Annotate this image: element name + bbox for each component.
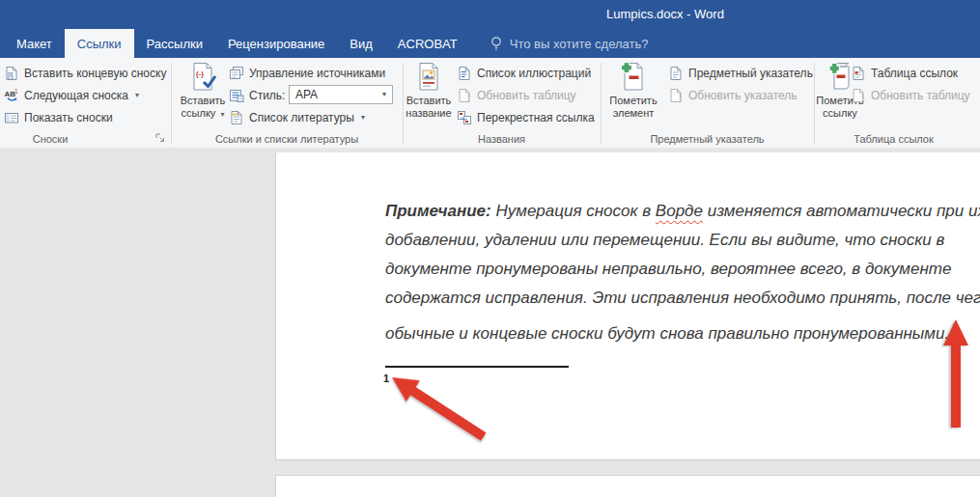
- group-label-toa: Таблица ссылок: [814, 133, 973, 145]
- insert-citation-button[interactable]: (-) Вставить ссылку ▾: [178, 61, 228, 120]
- bibliography-button[interactable]: Список литературы ▾: [229, 107, 365, 127]
- window-title: Lumpics.docx - Word: [606, 7, 724, 21]
- svg-text:[i]: [i]: [8, 71, 14, 79]
- cross-reference-icon: [457, 110, 472, 125]
- chevron-down-icon: ▾: [382, 91, 386, 98]
- group-label-index: Предметный указатель: [601, 133, 814, 145]
- group-captions: Вставить название Список иллюстраций ! О…: [403, 58, 601, 148]
- update-table-button: ! Обновить таблицу: [457, 85, 576, 105]
- tab-review[interactable]: Рецензирование: [215, 29, 337, 58]
- style-row: Стиль:: [229, 85, 285, 105]
- group-table-of-authorities: Пометить ссылку Таблица ссылок ! Обновит…: [814, 58, 980, 148]
- misspelled-word: Ворде: [656, 202, 703, 220]
- insert-index-button[interactable]: Предметный указатель: [668, 63, 813, 83]
- chevron-down-icon: ▾: [135, 92, 139, 99]
- tab-acrobat[interactable]: ACROBAT: [385, 29, 470, 58]
- svg-text:!: !: [679, 93, 682, 103]
- word-window: Lumpics.docx - Word Макет Ссылки Рассылк…: [0, 0, 980, 497]
- group-label-captions: Названия: [403, 133, 601, 145]
- group-index: Пометить элемент Предметный указатель ! …: [601, 58, 814, 148]
- mark-entry-label-1: Пометить: [608, 95, 658, 107]
- insert-caption-icon: [413, 61, 444, 92]
- title-bar: Lumpics.docx - Word: [0, 0, 980, 29]
- ribbon: [i] Вставить концевую сноску AB 1 Следую…: [0, 58, 980, 149]
- tab-mailings[interactable]: Рассылки: [134, 29, 215, 58]
- next-footnote-icon: AB 1: [4, 88, 19, 103]
- group-footnotes: [i] Вставить концевую сноску AB 1 Следую…: [0, 58, 171, 148]
- bibliography-label: Список литературы: [249, 111, 354, 124]
- update-index-label: Обновить указатель: [688, 89, 798, 102]
- document-page-2[interactable]: [275, 475, 980, 497]
- svg-text:!: !: [467, 93, 470, 103]
- insert-index-label: Предметный указатель: [688, 67, 813, 80]
- insert-index-icon: [668, 66, 684, 81]
- svg-text:1: 1: [14, 88, 18, 95]
- show-notes-label: Показать сноски: [24, 111, 113, 124]
- update-table-label: Обновить таблицу: [477, 89, 576, 102]
- insert-citation-icon: (-): [187, 61, 218, 92]
- insert-caption-button[interactable]: Вставить название: [405, 61, 453, 120]
- mark-entry-label-2: элемент: [608, 107, 658, 120]
- svg-text:!: !: [861, 93, 864, 103]
- table-of-figures-label: Список иллюстраций: [477, 67, 591, 80]
- manage-sources-button[interactable]: Управление источниками: [229, 63, 385, 83]
- document-canvas: Примечание: Нумерация сносок в Ворде изм…: [0, 148, 980, 497]
- group-citations: (-) Вставить ссылку ▾ Управление источни…: [171, 58, 403, 148]
- update-toa-label: Обновить таблицу: [871, 89, 970, 102]
- insert-citation-label-2: ссылку ▾: [178, 107, 228, 120]
- manage-sources-label: Управление источниками: [249, 67, 385, 80]
- insert-toa-icon: [851, 66, 866, 81]
- dialog-launcher-icon[interactable]: [154, 132, 166, 144]
- footnote-number: 1: [383, 373, 389, 384]
- show-notes-button[interactable]: Показать сноски: [4, 107, 113, 127]
- footnote-separator: [385, 366, 569, 368]
- svg-text:(-): (-): [196, 69, 204, 78]
- update-toa-button: ! Обновить таблицу: [851, 85, 970, 105]
- tell-me-label: Что вы хотите сделать?: [510, 37, 649, 51]
- mark-entry-button[interactable]: Пометить элемент: [608, 61, 658, 120]
- update-index-icon: !: [668, 88, 684, 103]
- insert-citation-label-1: Вставить: [178, 95, 228, 107]
- update-table-icon: !: [457, 88, 472, 103]
- bibliography-icon: [229, 110, 244, 125]
- table-of-figures-icon: [457, 66, 472, 81]
- next-footnote-button[interactable]: AB 1 Следующая сноска ▾: [4, 85, 139, 105]
- chevron-down-icon: ▾: [361, 114, 365, 122]
- insert-caption-label-2: название: [405, 107, 453, 120]
- update-toa-icon: !: [851, 88, 866, 103]
- group-label-citations: Ссылки и списки литературы: [171, 133, 403, 145]
- paragraph-line-1: Примечание: Нумерация сносок в Ворде изм…: [385, 197, 980, 226]
- style-label: Стиль:: [249, 89, 285, 102]
- chevron-down-icon: ▾: [220, 110, 224, 119]
- paragraph-line-5: обычные и концевые сноски будут снова пр…: [385, 313, 980, 342]
- insert-endnote-icon: [i]: [4, 66, 19, 81]
- manage-sources-icon: [229, 66, 244, 81]
- group-label-footnotes: Сноски: [0, 133, 100, 145]
- paragraph: Примечание: Нумерация сносок в Ворде изм…: [385, 197, 980, 342]
- style-icon: [229, 88, 244, 103]
- paragraph-line-4: содержатся исправления. Эти исправления …: [385, 284, 980, 313]
- insert-endnote-button[interactable]: [i] Вставить концевую сноску: [4, 63, 166, 83]
- insert-toa-label: Таблица ссылок: [871, 67, 958, 80]
- tab-layout[interactable]: Макет: [4, 29, 65, 58]
- show-notes-icon: [4, 110, 19, 125]
- mark-citation-label-2: ссылку: [816, 107, 864, 120]
- tell-me-box[interactable]: Что вы хотите сделать?: [490, 29, 649, 58]
- lightbulb-icon: [490, 36, 503, 51]
- insert-endnote-label: Вставить концевую сноску: [24, 67, 166, 80]
- tab-view[interactable]: Вид: [337, 29, 385, 58]
- table-of-figures-button[interactable]: Список иллюстраций: [457, 63, 591, 83]
- ribbon-tab-bar: Макет Ссылки Рассылки Рецензирование Вид…: [0, 29, 980, 58]
- tab-references[interactable]: Ссылки: [65, 29, 134, 58]
- paragraph-line-3: документе пронумерованы неправильно, вер…: [385, 255, 980, 284]
- mark-entry-icon: [618, 61, 649, 92]
- update-index-button: ! Обновить указатель: [668, 85, 798, 105]
- footnote-reference: 1: [951, 321, 957, 333]
- cross-reference-button[interactable]: Перекрестная ссылка: [457, 107, 595, 127]
- citation-style-combobox[interactable]: APA ▾: [289, 85, 393, 104]
- document-page-1[interactable]: Примечание: Нумерация сносок в Ворде изм…: [275, 152, 980, 460]
- cross-reference-label: Перекрестная ссылка: [477, 111, 595, 124]
- insert-toa-button[interactable]: Таблица ссылок: [851, 63, 958, 83]
- insert-caption-label-1: Вставить: [405, 95, 453, 107]
- next-footnote-label: Следующая сноска: [24, 89, 128, 102]
